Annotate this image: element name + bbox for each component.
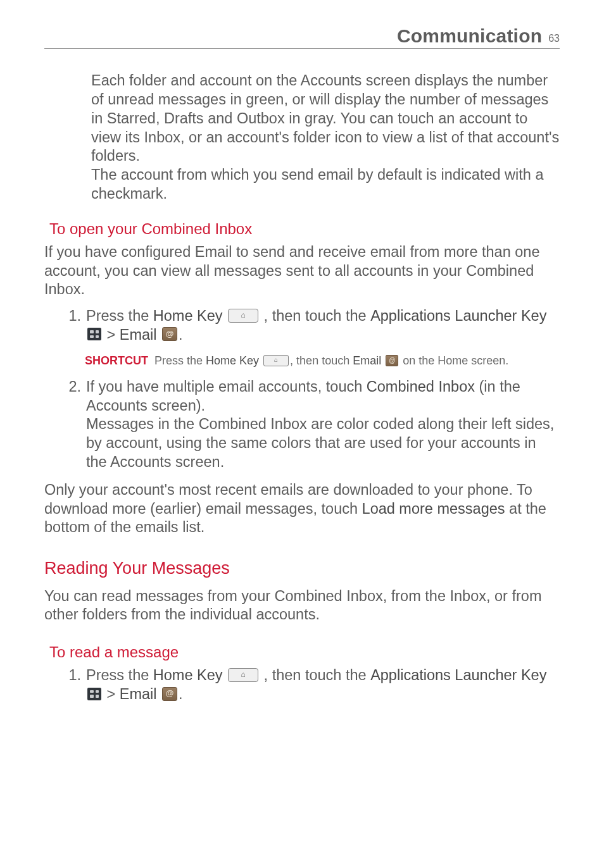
header-title: Communication (397, 25, 542, 47)
email-label: Email (120, 326, 157, 343)
home-key-label: Home Key (206, 354, 259, 367)
text: on the Home screen. (400, 354, 508, 367)
page-number: 63 (548, 33, 560, 44)
page: Communication 63 Each folder and account… (0, 0, 604, 751)
text: Press the (154, 354, 206, 367)
home-key-icon (228, 668, 258, 682)
combined-inbox-label: Combined Inbox (367, 378, 475, 395)
shortcut-label: SHORTCUT (85, 353, 154, 368)
section1-steps-cont: 2. If you have multiple email accounts, … (44, 378, 560, 472)
text: Messages in the Combined Inbox are color… (86, 416, 554, 470)
text: . (179, 326, 183, 343)
email-icon (386, 355, 398, 366)
step-number: 2. (44, 378, 86, 472)
load-more-label: Load more messages (362, 500, 505, 517)
text: Press the (86, 307, 153, 324)
section2-step-1: 1. Press the Home Key , then touch the A… (44, 666, 560, 704)
text: , then touch (290, 354, 353, 367)
shortcut-text: Press the Home Key , then touch Email on… (154, 353, 560, 368)
heading-open-combined-inbox: To open your Combined Inbox (49, 220, 560, 238)
step-body: If you have multiple email accounts, tou… (86, 378, 560, 472)
text: . (179, 686, 183, 702)
email-label: Email (353, 354, 381, 367)
text: > (103, 686, 120, 702)
text: , then touch the (260, 307, 370, 324)
launcher-key-icon (87, 688, 101, 700)
home-key-label: Home Key (153, 307, 223, 324)
home-key-icon (263, 355, 289, 366)
section1-steps: 1. Press the Home Key , then touch the A… (44, 307, 560, 345)
step-number: 1. (44, 666, 86, 704)
text: If you have multiple email accounts, tou… (86, 378, 367, 395)
applications-launcher-label: Applications Launcher Key (370, 667, 546, 683)
shortcut-row: SHORTCUT Press the Home Key , then touch… (85, 353, 560, 368)
step-number: 1. (44, 307, 86, 345)
email-icon (162, 687, 177, 701)
home-key-label: Home Key (153, 667, 223, 683)
section1-step-1: 1. Press the Home Key , then touch the A… (44, 307, 560, 345)
section1-intro: If you have configured Email to send and… (44, 243, 560, 299)
home-key-icon (228, 309, 258, 323)
step-body: Press the Home Key , then touch the Appl… (86, 307, 560, 345)
heading-to-read-message: To read a message (49, 643, 560, 661)
step-body: Press the Home Key , then touch the Appl… (86, 666, 560, 704)
section2-steps: 1. Press the Home Key , then touch the A… (44, 666, 560, 704)
section1-step-2: 2. If you have multiple email accounts, … (44, 378, 560, 472)
section2-intro: You can read messages from your Combined… (44, 587, 560, 624)
intro-paragraph: Each folder and account on the Accounts … (91, 71, 560, 204)
header-bar: Communication 63 (44, 25, 560, 49)
text: , then touch the (260, 667, 370, 683)
launcher-key-icon (87, 328, 101, 340)
text: > (103, 326, 120, 343)
section1-outro: Only your account's most recent emails a… (44, 481, 560, 537)
email-icon (162, 327, 177, 341)
applications-launcher-label: Applications Launcher Key (370, 307, 546, 324)
email-label: Email (120, 686, 157, 702)
text: Press the (86, 667, 153, 683)
heading-reading-messages: Reading Your Messages (44, 559, 560, 578)
